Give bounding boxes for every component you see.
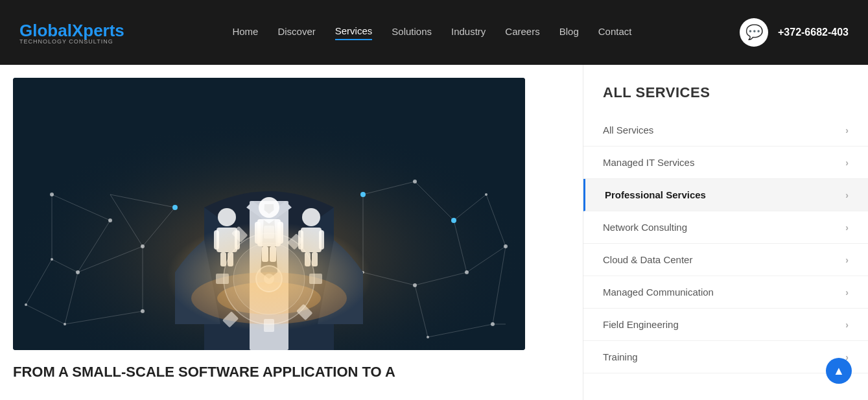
- sidebar-item-label: Cloud & Data Center: [603, 254, 692, 265]
- nav-industry[interactable]: Industry: [451, 26, 486, 40]
- sidebar-item-managed-it[interactable]: Managed IT Services ›: [583, 147, 868, 179]
- header-right: 💬 +372-6682-403: [740, 18, 849, 47]
- sidebar-item-professional[interactable]: Professional Services ›: [583, 179, 868, 211]
- hero-svg: [13, 78, 525, 350]
- sidebar-item-label: Managed IT Services: [603, 157, 694, 168]
- nav-contact[interactable]: Contact: [598, 26, 632, 40]
- sidebar-item-label: Network Consulting: [603, 222, 687, 233]
- sidebar-item-network[interactable]: Network Consulting ›: [583, 211, 868, 244]
- sidebar-title: ALL SERVICES: [583, 78, 868, 114]
- page-bottom-text: FROM A SMALL-SCALE SOFTWARE APPLICATION …: [0, 350, 583, 382]
- main-content: FROM A SMALL-SCALE SOFTWARE APPLICATION …: [0, 65, 868, 400]
- sidebar-item-label: Professional Services: [605, 189, 706, 200]
- chevron-icon: ›: [845, 255, 849, 265]
- sidebar-item-training[interactable]: Training ›: [583, 341, 868, 373]
- main-nav: Home Discover Services Solutions Industr…: [232, 25, 631, 40]
- nav-services[interactable]: Services: [335, 25, 373, 40]
- sidebar-item-managed-comm[interactable]: Managed Communication ›: [583, 276, 868, 309]
- logo[interactable]: GlobalXperts TECHNOLOGY CONSULTING: [19, 21, 124, 45]
- nav-solutions[interactable]: Solutions: [392, 26, 432, 40]
- nav-careers[interactable]: Careers: [505, 26, 539, 40]
- hero-image: [13, 78, 525, 350]
- nav-blog[interactable]: Blog: [559, 26, 579, 40]
- sidebar-item-cloud[interactable]: Cloud & Data Center ›: [583, 244, 868, 276]
- header: GlobalXperts TECHNOLOGY CONSULTING Home …: [0, 0, 868, 65]
- logo-x: X: [72, 21, 83, 40]
- sidebar-item-all-services[interactable]: All Services ›: [583, 114, 868, 147]
- chevron-icon: ›: [845, 125, 849, 135]
- sidebar-item-label: Training: [603, 351, 638, 362]
- content-left: FROM A SMALL-SCALE SOFTWARE APPLICATION …: [0, 65, 583, 400]
- logo-subtitle: TECHNOLOGY CONSULTING: [19, 38, 124, 45]
- chevron-icon: ›: [845, 320, 849, 330]
- nav-home[interactable]: Home: [232, 26, 258, 40]
- scroll-to-top-button[interactable]: ▲: [826, 358, 852, 384]
- chevron-icon: ›: [845, 158, 849, 168]
- phone-number: +372-6682-403: [778, 27, 849, 38]
- sidebar: ALL SERVICES All Services › Managed IT S…: [583, 65, 868, 400]
- logo-perts: perts: [83, 21, 124, 40]
- logo-text: GlobalXperts: [19, 21, 124, 41]
- sidebar-item-field-eng[interactable]: Field Engineering ›: [583, 309, 868, 341]
- chevron-icon: ›: [845, 287, 849, 298]
- svg-rect-83: [13, 78, 525, 350]
- chevron-icon: ›: [845, 222, 849, 233]
- sidebar-item-label: Field Engineering: [603, 319, 679, 330]
- nav-discover[interactable]: Discover: [277, 26, 315, 40]
- sidebar-item-label: All Services: [603, 124, 653, 135]
- logo-global: Global: [19, 21, 72, 40]
- sidebar-item-label: Managed Communication: [603, 287, 714, 298]
- chat-icon[interactable]: 💬: [740, 18, 768, 47]
- chevron-icon: ›: [845, 190, 849, 200]
